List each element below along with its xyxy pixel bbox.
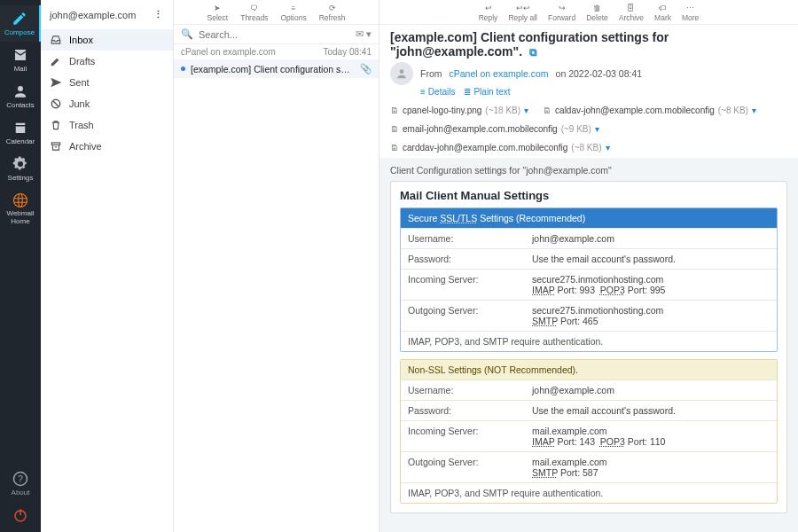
- open-external-icon[interactable]: ⧉: [529, 46, 537, 59]
- about-icon: ?: [12, 471, 28, 487]
- message-date: on 2022-02-03 08:41: [556, 68, 643, 79]
- folder-junk[interactable]: Junk: [41, 93, 173, 114]
- chevron-down-icon: ▾: [524, 106, 528, 115]
- tb-reply[interactable]: ↩Reply: [479, 4, 498, 22]
- folder-trash[interactable]: Trash: [41, 114, 173, 136]
- rail-calendar[interactable]: Calendar: [0, 114, 41, 151]
- archive-icon: 🗄: [627, 4, 635, 12]
- search-input[interactable]: [199, 29, 350, 40]
- rail-compose[interactable]: Compose: [0, 5, 41, 42]
- file-icon: 🗎: [390, 124, 399, 134]
- tb-more[interactable]: ⋯More: [682, 4, 699, 22]
- rail-mail-label: Mail: [14, 65, 27, 73]
- ssl-table-head: Secure SSL/TLS Settings (Recommended): [401, 208, 777, 228]
- file-icon: 🗎: [543, 106, 552, 115]
- body-intro: Client Configuration settings for "john@…: [390, 165, 787, 176]
- account-menu-button[interactable]: ⋮: [153, 9, 164, 20]
- message-list: cPanel on example.com Today 08:41 [examp…: [174, 44, 379, 532]
- attachment-item[interactable]: 🗎caldav-john@example.com.mobileconfig (~…: [543, 106, 756, 115]
- message-body[interactable]: Client Configuration settings for "john@…: [379, 158, 798, 532]
- threads-icon: 🗨: [250, 4, 258, 12]
- settings-card: Mail Client Manual Settings Secure SSL/T…: [390, 181, 787, 513]
- search-bar: 🔍 ✉ ▾: [174, 24, 379, 44]
- details-toggle[interactable]: ≡ Details: [420, 87, 455, 97]
- svg-rect-7: [51, 143, 59, 145]
- list-group-header: cPanel on example.com Today 08:41: [174, 44, 379, 59]
- rail-webmail[interactable]: Webmail Home: [0, 187, 41, 231]
- tb-replyall[interactable]: ↩↩Reply all: [508, 4, 537, 22]
- account-email: john@example.com: [50, 10, 136, 20]
- refresh-icon: ⟳: [329, 4, 336, 12]
- search-scope-button[interactable]: ✉ ▾: [356, 28, 372, 40]
- webmail-icon: [12, 192, 28, 208]
- file-icon: 🗎: [390, 143, 399, 153]
- card-heading: Mail Client Manual Settings: [400, 189, 778, 202]
- mark-icon: 🏷: [659, 4, 667, 12]
- calendar-icon: [12, 120, 28, 136]
- rail-power[interactable]: [0, 502, 41, 532]
- folder-sent[interactable]: Sent: [41, 72, 173, 93]
- more-icon: ⋯: [686, 4, 694, 12]
- tb-delete[interactable]: 🗑Delete: [586, 4, 608, 22]
- cursor-icon: ➤: [214, 4, 221, 12]
- rail-webmail-label: Webmail Home: [0, 210, 41, 226]
- message-toolbar: ↩Reply ↩↩Reply all ↪Forward 🗑Delete 🗄Arc…: [379, 0, 798, 24]
- forward-icon: ↪: [559, 4, 566, 12]
- mail-icon: [12, 47, 28, 63]
- delete-icon: 🗑: [593, 4, 601, 12]
- message-row[interactable]: [example.com] Client configuration setti…: [174, 59, 379, 78]
- unread-dot-icon: [181, 66, 185, 71]
- tb-options[interactable]: ≡Options: [280, 4, 306, 22]
- folder-label: Inbox: [69, 35, 93, 45]
- search-icon[interactable]: 🔍: [181, 28, 193, 40]
- from-label: From: [420, 68, 442, 79]
- rail-about[interactable]: ? About: [0, 466, 41, 502]
- power-icon: [12, 507, 28, 523]
- tb-select[interactable]: ➤Select: [207, 4, 229, 22]
- rail-contacts-label: Contacts: [6, 101, 35, 109]
- rail-compose-label: Compose: [4, 28, 35, 36]
- options-icon: ≡: [292, 4, 296, 12]
- folder-inbox[interactable]: Inbox: [41, 29, 173, 51]
- rail-settings-label: Settings: [8, 174, 34, 182]
- list-toolbar: ➤Select 🗨Threads ≡Options ⟳Refresh: [174, 0, 379, 24]
- ssl-table: Secure SSL/TLS Settings (Recommended) Us…: [400, 207, 778, 352]
- tb-refresh[interactable]: ⟳Refresh: [319, 4, 346, 22]
- folder-label: Trash: [69, 120, 94, 130]
- group-sender: cPanel on example.com: [181, 47, 276, 57]
- attachment-icon: 📎: [360, 63, 372, 74]
- message-header: [example.com] Client configuration setti…: [379, 24, 798, 100]
- tb-mark[interactable]: 🏷Mark: [654, 4, 671, 22]
- pencil-icon: [50, 55, 62, 67]
- attachment-item[interactable]: 🗎carddav-john@example.com.mobileconfig (…: [390, 143, 610, 153]
- folder-label: Junk: [69, 98, 90, 109]
- svg-line-6: [53, 101, 59, 106]
- tb-archive[interactable]: 🗄Archive: [619, 4, 644, 22]
- auth-note: IMAP, POP3, and SMTP require authenticat…: [401, 331, 777, 351]
- folder-drafts[interactable]: Drafts: [41, 51, 173, 72]
- tb-forward[interactable]: ↪Forward: [548, 4, 575, 22]
- chevron-down-icon: ▾: [606, 143, 610, 153]
- junk-icon: [50, 98, 62, 110]
- svg-point-8: [400, 69, 404, 74]
- account-header: john@example.com ⋮: [41, 0, 173, 29]
- from-row: From cPanel on example.com on 2022-02-03…: [390, 62, 787, 85]
- rail-settings[interactable]: Settings: [0, 151, 41, 187]
- svg-point-0: [18, 86, 23, 91]
- plaintext-toggle[interactable]: ≣ Plain text: [464, 87, 510, 97]
- app-rail: Compose Mail Contacts Calendar Settings …: [0, 0, 41, 532]
- attachment-item[interactable]: 🗎cpanel-logo-tiny.png (~18 KB) ▾: [390, 106, 528, 115]
- reply-icon: ↩: [485, 4, 492, 12]
- chevron-down-icon: ▾: [752, 106, 756, 115]
- rail-mail[interactable]: Mail: [0, 42, 41, 78]
- sent-icon: [50, 76, 62, 89]
- contacts-icon: [12, 83, 28, 99]
- attachment-item[interactable]: 🗎email-john@example.com.mobileconfig (~9…: [390, 124, 599, 134]
- rail-contacts[interactable]: Contacts: [0, 78, 41, 114]
- from-name[interactable]: cPanel on example.com: [450, 68, 549, 79]
- tb-threads[interactable]: 🗨Threads: [240, 4, 268, 22]
- folder-archive[interactable]: Archive: [41, 136, 173, 157]
- meta-links: ≡ Details ≣ Plain text: [420, 87, 787, 97]
- message-list-pane: ➤Select 🗨Threads ≡Options ⟳Refresh 🔍 ✉ ▾…: [174, 0, 379, 532]
- reading-pane: ↩Reply ↩↩Reply all ↪Forward 🗑Delete 🗄Arc…: [379, 0, 798, 532]
